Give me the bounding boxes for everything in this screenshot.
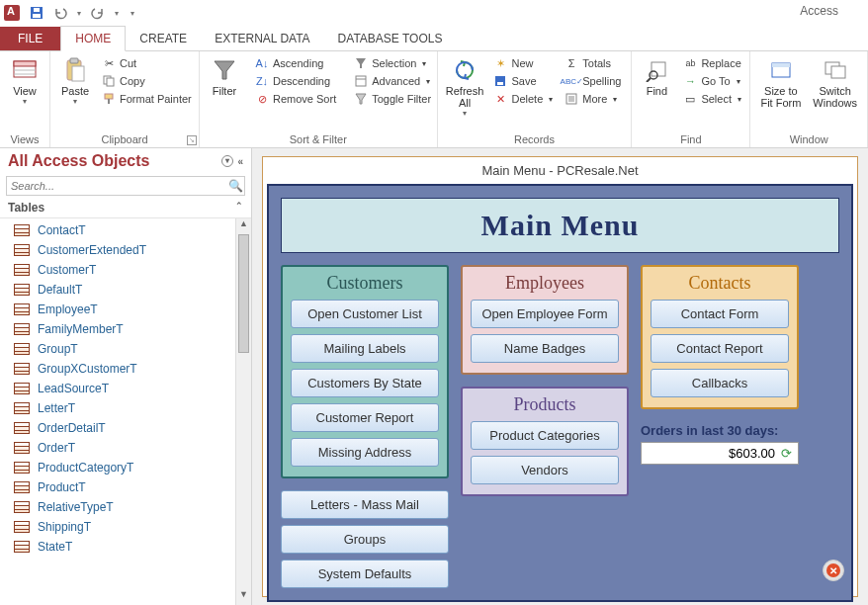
redo-icon[interactable] xyxy=(91,6,105,20)
extra-button[interactable]: System Defaults xyxy=(281,560,449,588)
delete-button[interactable]: ✕Delete▾ xyxy=(489,91,557,107)
customers-button[interactable]: Mailing Labels xyxy=(291,334,439,363)
employees-button[interactable]: Open Employee Form xyxy=(471,300,619,328)
nav-header[interactable]: All Access Objects ▾ « xyxy=(0,148,251,174)
tab-home[interactable]: HOME xyxy=(60,26,126,51)
tab-external-data[interactable]: EXTERNAL DATA xyxy=(201,27,323,50)
extra-button[interactable]: Groups xyxy=(281,525,449,554)
search-icon[interactable]: 🔍 xyxy=(226,179,244,193)
replace-button[interactable]: abReplace xyxy=(679,55,745,71)
table-label: RelativeTypeT xyxy=(38,500,114,514)
undo-dropdown-icon[interactable]: ▾ xyxy=(77,9,81,18)
scroll-down-icon[interactable]: ▼ xyxy=(236,589,251,605)
advanced-button[interactable]: Advanced▾ xyxy=(350,73,435,89)
more-icon xyxy=(564,92,578,106)
orders-refresh-icon[interactable]: ⟳ xyxy=(781,446,792,461)
nav-search-box[interactable]: 🔍 xyxy=(6,176,245,196)
products-button[interactable]: Product Categories xyxy=(471,421,619,450)
search-input[interactable] xyxy=(7,180,226,192)
size-to-fit-button[interactable]: Size to Fit Form xyxy=(756,55,805,111)
copy-button[interactable]: Copy xyxy=(98,73,196,89)
customers-button[interactable]: Customers By State xyxy=(291,369,439,397)
ascending-button[interactable]: A↓Ascending xyxy=(251,55,340,71)
svg-line-24 xyxy=(647,78,651,82)
table-icon xyxy=(14,264,30,276)
cut-button[interactable]: ✂Cut xyxy=(98,55,196,71)
selection-button[interactable]: Selection▾ xyxy=(350,55,435,71)
table-item[interactable]: ProductCategoryT xyxy=(0,458,235,477)
customers-button[interactable]: Open Customer List xyxy=(291,300,439,328)
tab-file[interactable]: FILE xyxy=(0,27,60,50)
table-item[interactable]: LeadSourceT xyxy=(0,379,235,398)
view-label: View xyxy=(13,85,37,97)
goto-button[interactable]: →Go To▾ xyxy=(679,73,745,89)
tab-create[interactable]: CREATE xyxy=(126,27,201,50)
refresh-icon xyxy=(452,57,477,83)
table-item[interactable]: GroupXCustomerT xyxy=(0,359,235,379)
table-item[interactable]: EmployeeT xyxy=(0,300,235,319)
table-item[interactable]: CustomerT xyxy=(0,260,235,280)
contacts-button[interactable]: Contact Form xyxy=(651,300,789,328)
qat-customize-icon[interactable]: ▾ xyxy=(130,9,134,18)
new-button[interactable]: ✶New xyxy=(489,55,557,71)
employees-button[interactable]: Name Badges xyxy=(471,334,619,363)
undo-icon[interactable] xyxy=(53,6,67,20)
table-item[interactable]: OrderDetailT xyxy=(0,418,235,438)
table-icon xyxy=(14,501,30,513)
tab-database-tools[interactable]: DATABASE TOOLS xyxy=(324,27,457,50)
format-painter-button[interactable]: Format Painter xyxy=(98,91,196,107)
clipboard-launcher-icon[interactable]: ↘ xyxy=(187,135,197,145)
table-label: LeadSourceT xyxy=(38,382,109,395)
more-button[interactable]: More▾ xyxy=(561,91,625,107)
save-icon[interactable] xyxy=(30,6,43,20)
table-label: FamilyMemberT xyxy=(38,322,124,336)
group-clipboard: Paste ▾ ✂Cut Copy Format Painter Clipboa… xyxy=(50,51,200,147)
paste-button[interactable]: Paste ▾ xyxy=(56,55,94,108)
refresh-all-button[interactable]: Refresh All ▾ xyxy=(444,55,486,120)
extra-button[interactable]: Letters - Mass Mail xyxy=(281,490,449,519)
redo-dropdown-icon[interactable]: ▾ xyxy=(115,9,119,18)
contacts-button[interactable]: Callbacks xyxy=(651,369,789,397)
table-item[interactable]: ProductT xyxy=(0,477,235,497)
table-icon xyxy=(14,541,30,553)
table-item[interactable]: ShippingT xyxy=(0,517,235,537)
chevron-down-icon: ▾ xyxy=(73,97,77,106)
group-find-label: Find xyxy=(638,131,743,145)
save-record-button[interactable]: Save xyxy=(489,73,557,89)
customers-button[interactable]: Customer Report xyxy=(291,403,439,432)
select-button[interactable]: ▭Select▾ xyxy=(679,91,745,107)
table-item[interactable]: RelativeTypeT xyxy=(0,497,235,517)
table-item[interactable]: CustomerExtendedT xyxy=(0,240,235,260)
customers-button[interactable]: Missing Address xyxy=(291,438,439,467)
collapse-group-icon[interactable]: ⌃ xyxy=(235,201,243,215)
close-form-button[interactable]: ✕ xyxy=(823,560,844,581)
scrollbar-track[interactable] xyxy=(236,234,251,589)
table-item[interactable]: GroupT xyxy=(0,339,235,359)
descending-button[interactable]: Z↓Descending xyxy=(251,73,340,89)
contacts-button[interactable]: Contact Report xyxy=(651,334,789,363)
view-button[interactable]: View ▾ xyxy=(6,55,43,108)
table-item[interactable]: OrderT xyxy=(0,438,235,458)
nav-scrollbar[interactable]: ▲ ▼ xyxy=(235,218,251,605)
filter-button[interactable]: Filter xyxy=(206,55,243,99)
group-window-label: Window xyxy=(756,131,861,145)
table-item[interactable]: LetterT xyxy=(0,398,235,418)
spelling-button[interactable]: ABC✓Spelling xyxy=(561,73,625,89)
tables-group-header[interactable]: Tables ⌃ xyxy=(0,198,251,218)
products-button[interactable]: Vendors xyxy=(471,456,619,484)
table-item[interactable]: FamilyMemberT xyxy=(0,319,235,339)
nav-options-icon[interactable]: ▾ xyxy=(221,155,233,167)
nav-collapse-icon[interactable]: « xyxy=(237,156,243,167)
scrollbar-thumb[interactable] xyxy=(238,234,249,353)
switch-windows-button[interactable]: Switch Windows xyxy=(809,55,861,111)
table-item[interactable]: ContactT xyxy=(0,220,235,240)
table-item[interactable]: StateT xyxy=(0,537,235,557)
table-item[interactable]: DefaultT xyxy=(0,280,235,300)
spelling-icon: ABC✓ xyxy=(564,74,578,88)
toggle-filter-button[interactable]: Toggle Filter xyxy=(350,91,435,107)
scroll-up-icon[interactable]: ▲ xyxy=(236,218,251,234)
find-button[interactable]: Find xyxy=(638,55,675,99)
remove-sort-button[interactable]: ⊘Remove Sort xyxy=(251,91,340,107)
svg-rect-2 xyxy=(34,8,40,12)
totals-button[interactable]: ΣTotals xyxy=(561,55,625,71)
